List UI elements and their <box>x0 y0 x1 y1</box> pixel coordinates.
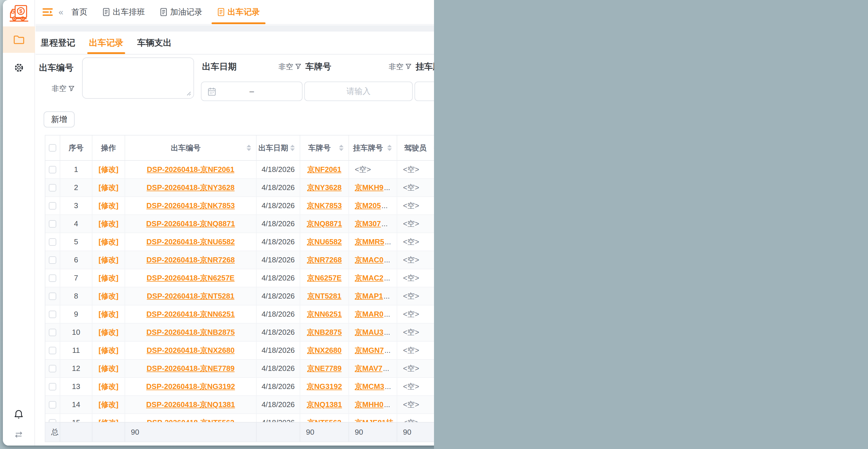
sort-icon-dispatch_no[interactable] <box>246 145 251 151</box>
modify-link[interactable]: [修改] <box>98 363 118 373</box>
plate-link[interactable]: 京NF2061 <box>307 164 342 175</box>
plate-link[interactable]: 京NK7853 <box>307 201 342 211</box>
row-checkbox[interactable] <box>49 238 56 246</box>
add-button[interactable]: 新增 <box>43 111 74 127</box>
sidebar-item-folder[interactable] <box>3 26 35 53</box>
row-checkbox[interactable] <box>49 257 56 264</box>
trailer-link[interactable]: 京MAU3 <box>355 327 383 337</box>
modify-link[interactable]: [修改] <box>98 327 118 337</box>
trailer-link[interactable]: 京M205 <box>355 201 381 211</box>
sort-icon-driver[interactable] <box>433 145 434 151</box>
plate-link[interactable]: 京NE7789 <box>307 363 342 373</box>
plate-link[interactable]: 京NR7268 <box>307 255 342 265</box>
nav-tab-home[interactable]: 首页 <box>71 0 88 24</box>
row-checkbox[interactable] <box>49 220 56 228</box>
dispatch-no-link[interactable]: DSP-20260418-京NF2061 <box>147 164 235 175</box>
row-checkbox[interactable] <box>49 293 56 300</box>
modify-link[interactable]: [修改] <box>98 346 118 355</box>
sidebar-item-settings[interactable] <box>3 53 35 83</box>
subtab-mileage-register[interactable]: 里程登记 <box>41 32 75 54</box>
row-checkbox[interactable] <box>49 401 56 409</box>
dispatch-no-link[interactable]: DSP-20260418-京NY3628 <box>147 183 235 192</box>
col-header-dispatch_no[interactable]: 出车编号 <box>125 136 257 160</box>
plate-link[interactable]: 京NN6251 <box>307 309 342 319</box>
trailer-link[interactable]: 京MAC0 <box>355 255 383 265</box>
row-checkbox[interactable] <box>49 365 56 372</box>
dispatch-no-link[interactable]: DSP-20260418-京NT5281 <box>147 291 235 301</box>
trailer-link[interactable]: 京MAV7 <box>355 363 382 373</box>
filter-notempty-date[interactable]: 非空 <box>278 62 301 72</box>
dispatch-no-link[interactable]: DSP-20260418-京NN6251 <box>146 309 235 319</box>
modify-link[interactable]: [修改] <box>98 400 118 410</box>
plate-link[interactable]: 京NT5281 <box>307 291 342 301</box>
nav-tab-fuel-records[interactable]: 加油记录 <box>160 0 203 24</box>
row-checkbox[interactable] <box>49 310 56 318</box>
plate-input[interactable] <box>304 82 413 101</box>
select-all-checkbox[interactable] <box>49 144 56 152</box>
modify-link[interactable]: [修改] <box>98 164 118 175</box>
trailer-link[interactable]: 京MAC2 <box>355 273 383 283</box>
col-header-driver[interactable]: 驾驶员 <box>397 136 434 160</box>
col-header-trailer[interactable]: 挂车牌号 <box>349 136 397 160</box>
dispatch-no-link[interactable]: DSP-20260418-京NE7789 <box>147 363 235 373</box>
modify-link[interactable]: [修改] <box>98 309 118 319</box>
sort-icon-date[interactable] <box>290 145 295 151</box>
row-checkbox[interactable] <box>49 383 56 390</box>
row-checkbox[interactable] <box>49 184 56 191</box>
modify-link[interactable]: [修改] <box>98 255 118 265</box>
modify-link[interactable]: [修改] <box>98 237 118 247</box>
switch-arrows-icon[interactable] <box>14 430 23 439</box>
date-range-input[interactable]: – <box>201 82 303 101</box>
dispatch-no-link[interactable]: DSP-20260418-京NU6582 <box>146 237 235 247</box>
dispatch-no-link[interactable]: DSP-20260418-京NR7268 <box>146 255 235 265</box>
subtab-vehicle-expense[interactable]: 车辆支出 <box>137 32 172 54</box>
col-header-date[interactable]: 出车日期 <box>257 136 300 160</box>
dispatch-no-link[interactable]: DSP-20260418-京NG3192 <box>146 382 235 392</box>
filter-dispatch-no-notempty[interactable]: 非空 <box>39 84 74 94</box>
plate-link[interactable]: 京NQ1381 <box>307 400 342 410</box>
plate-link[interactable]: 京NG3192 <box>307 382 342 392</box>
plate-link[interactable]: 京NQ8871 <box>307 219 342 229</box>
row-checkbox[interactable] <box>49 329 56 336</box>
plate-link[interactable]: 京NB2875 <box>307 327 342 337</box>
dispatch-no-link[interactable]: DSP-20260418-京NK7853 <box>146 201 235 211</box>
filter-notempty-plate[interactable]: 非空 <box>389 62 412 72</box>
row-checkbox[interactable] <box>49 166 56 173</box>
dispatch-no-link[interactable]: DSP-20260418-京N6257E <box>147 273 235 283</box>
plate-link[interactable]: 京NU6582 <box>307 237 342 247</box>
trailer-link[interactable]: 京MGN7 <box>355 346 384 355</box>
dispatch-no-textarea[interactable] <box>82 57 194 99</box>
row-checkbox[interactable] <box>49 274 56 282</box>
modify-link[interactable]: [修改] <box>98 183 118 192</box>
trailer-link[interactable]: 京MAP1 <box>355 291 383 301</box>
row-checkbox[interactable] <box>49 347 56 354</box>
plate-link[interactable]: 京NX2680 <box>307 346 342 355</box>
trailer-input[interactable] <box>414 82 434 101</box>
trailer-link[interactable]: 京M307 <box>355 219 381 229</box>
plate-link[interactable]: 京N6257E <box>307 273 342 283</box>
modify-link[interactable]: [修改] <box>98 219 118 229</box>
dispatch-no-link[interactable]: DSP-20260418-京NQ8871 <box>146 219 235 229</box>
nav-tab-dispatch-schedule[interactable]: 出车排班 <box>102 0 145 24</box>
modify-link[interactable]: [修改] <box>98 291 118 301</box>
trailer-link[interactable]: 京MHH0 <box>355 400 383 410</box>
trailer-link[interactable]: 京MCM3 <box>355 382 384 392</box>
menu-fold-icon[interactable] <box>42 7 53 17</box>
modify-link[interactable]: [修改] <box>98 201 118 211</box>
sort-icon-plate[interactable] <box>339 145 344 151</box>
modify-link[interactable]: [修改] <box>98 273 118 283</box>
dispatch-no-link[interactable]: DSP-20260418-京NB2875 <box>146 327 235 337</box>
subtab-dispatch-records[interactable]: 出车记录 <box>89 32 123 54</box>
dispatch-no-link[interactable]: DSP-20260418-京NX2680 <box>147 346 235 355</box>
nav-tab-dispatch-records[interactable]: 出车记录 <box>217 0 260 24</box>
row-checkbox[interactable] <box>49 202 56 210</box>
trailer-link[interactable]: 京MKH9 <box>355 183 383 192</box>
collapse-left-icon[interactable]: « <box>59 8 63 17</box>
trailer-link[interactable]: 京MAR0 <box>355 309 383 319</box>
col-header-plate[interactable]: 车牌号 <box>300 136 349 160</box>
modify-link[interactable]: [修改] <box>98 382 118 392</box>
sort-icon-trailer[interactable] <box>387 145 392 151</box>
trailer-link[interactable]: 京MMR5 <box>355 237 384 247</box>
dispatch-no-link[interactable]: DSP-20260418-京NQ1381 <box>146 400 235 410</box>
bell-icon[interactable] <box>14 409 24 419</box>
